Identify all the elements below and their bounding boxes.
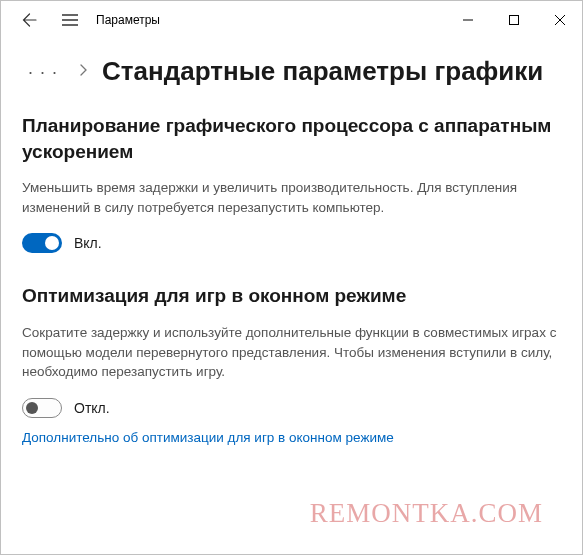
hamburger-icon [62,14,78,26]
windowed-opt-toggle[interactable] [22,398,62,418]
gpu-scheduling-toggle[interactable] [22,233,62,253]
app-title: Параметры [96,13,160,27]
gpu-scheduling-section: Планирование графического процессора с а… [22,113,561,253]
gpu-scheduling-toggle-row: Вкл. [22,233,561,253]
close-button[interactable] [537,4,583,36]
nav-menu-button[interactable] [56,6,84,34]
toggle-state-label: Откл. [74,400,110,416]
chevron-right-icon [78,63,88,80]
page-title: Стандартные параметры графики [102,56,543,87]
back-arrow-icon [22,12,38,28]
back-button[interactable] [16,6,44,34]
toggle-state-label: Вкл. [74,235,102,251]
learn-more-link[interactable]: Дополнительно об оптимизации для игр в о… [22,430,394,445]
section-heading: Планирование графического процессора с а… [22,113,561,164]
windowed-opt-toggle-row: Откл. [22,398,561,418]
svg-rect-0 [510,16,519,25]
breadcrumb-overflow[interactable]: · · · [22,59,64,85]
close-icon [555,15,565,25]
maximize-icon [509,15,519,25]
watermark: REMONTKA.COM [310,498,543,529]
section-description: Уменьшить время задержки и увеличить про… [22,178,561,217]
minimize-button[interactable] [445,4,491,36]
maximize-button[interactable] [491,4,537,36]
titlebar: Параметры [0,0,583,40]
section-heading: Оптимизация для игр в оконном режиме [22,283,561,309]
windowed-game-optimization-section: Оптимизация для игр в оконном режиме Сок… [22,283,561,444]
section-description: Сократите задержку и используйте дополни… [22,323,561,382]
minimize-icon [463,15,473,25]
content-area: · · · Стандартные параметры графики План… [0,40,583,487]
breadcrumb: · · · Стандартные параметры графики [22,56,561,87]
